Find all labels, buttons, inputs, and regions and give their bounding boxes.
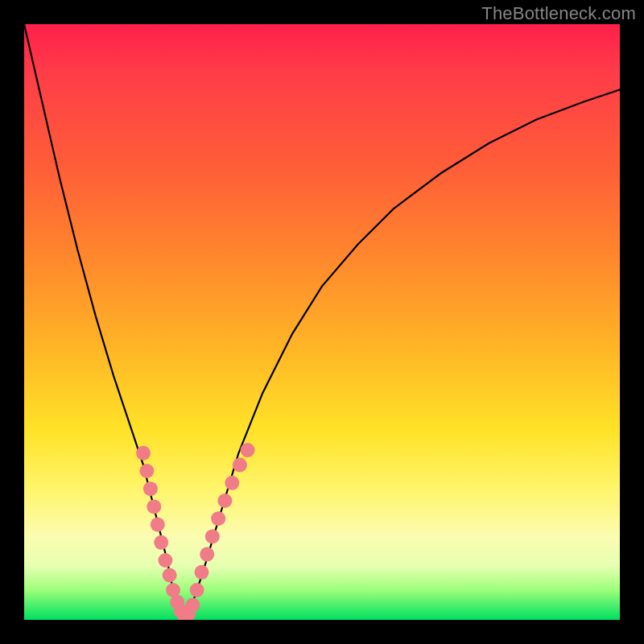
chart-frame: TheBottleneck.com	[0, 0, 644, 644]
plot-area	[24, 24, 620, 620]
watermark-text: TheBottleneck.com	[481, 3, 636, 24]
gradient-background	[24, 24, 620, 620]
